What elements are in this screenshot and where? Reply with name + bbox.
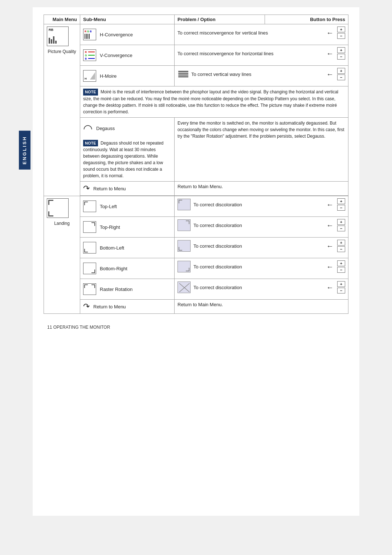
- vconv-buttons: ← + −: [326, 47, 345, 60]
- return1-problem: Return to Main Menu.: [177, 184, 223, 189]
- note-badge2: NOTE: [83, 140, 98, 147]
- tl-prob-icon: [177, 199, 191, 210]
- tr-buttons: ← + −: [326, 219, 345, 231]
- h-convergence-label: H-Convergence: [100, 32, 133, 37]
- minus-button[interactable]: −: [337, 205, 345, 211]
- rgb-row: RGB: [85, 30, 92, 33]
- hmoire-buttons: ← + −: [326, 68, 345, 80]
- enter-arrow: ←: [326, 49, 334, 58]
- top-left-row: Top-Left: [83, 198, 171, 214]
- table-row-landing-bl: Bottom-Left To correct discoloration ←: [44, 238, 348, 258]
- degauss-row: ◠ Degauss: [83, 120, 171, 137]
- header-col3: Problem / Option: [175, 15, 265, 24]
- enter-arrow: ←: [326, 263, 334, 271]
- sub-cell-vconv: R G B V-Convergen: [80, 45, 175, 66]
- enter-arrow: ←: [326, 200, 334, 209]
- plus-button[interactable]: +: [337, 47, 345, 53]
- br-prob-corner: [186, 268, 189, 271]
- plus-button[interactable]: +: [337, 198, 345, 204]
- top-left-icon: [83, 200, 96, 212]
- bottom-right-label: Bottom-Right: [100, 266, 127, 271]
- rr-prob-inner: To correct discoloration: [177, 281, 242, 293]
- return-arrow-icon: ↷: [83, 184, 90, 193]
- table-row: RB Picture Quality R: [44, 24, 348, 45]
- top-right-icon: [83, 221, 96, 233]
- prob-cell-return1: Return to Main Menu.: [175, 182, 348, 196]
- return1-label: Return to Menu: [93, 186, 126, 191]
- h-conv-icon: RGB: [83, 29, 96, 40]
- prob-row: To correct discoloration ← + −: [177, 281, 345, 293]
- minus-button[interactable]: −: [337, 33, 345, 39]
- tl-prob-inner: To correct discoloration: [177, 199, 242, 210]
- main-table: Main Menu Sub-Menu Problem / Option Butt…: [44, 15, 348, 314]
- sub-cell-bl: Bottom-Left: [80, 238, 175, 258]
- wavy4: [178, 76, 188, 77]
- plus-button[interactable]: +: [337, 281, 345, 287]
- v-convergence-label: V-Convergence: [100, 53, 132, 58]
- br-corner: [91, 270, 95, 273]
- raster-rotation-label: Raster Rotation: [100, 287, 132, 292]
- prob-row: To correct discoloration ← + −: [177, 260, 345, 273]
- corner-tl: [48, 200, 53, 205]
- plus-button[interactable]: +: [337, 27, 345, 32]
- main-menu-cell-landing: Landing: [44, 196, 80, 314]
- br-prob-inner: To correct discoloration: [177, 261, 242, 272]
- degauss-problem-text: Every time the monitor is switched on, t…: [177, 120, 345, 139]
- plus-button[interactable]: +: [337, 260, 345, 266]
- table-row-note: NOTE Moiré is the result of interference…: [44, 86, 348, 118]
- wavy-lines-icon: [177, 70, 189, 78]
- return1-row: ↷ Return to Menu: [83, 184, 171, 193]
- tl-prob-text: To correct discoloration: [193, 202, 242, 207]
- note-content: Moiré is the result of interference betw…: [83, 89, 338, 114]
- bottom-left-icon: [83, 242, 96, 254]
- minus-button[interactable]: −: [337, 74, 345, 80]
- minus-button[interactable]: −: [337, 288, 345, 293]
- minus-button[interactable]: −: [337, 246, 345, 252]
- header-col1: Main Menu: [44, 15, 80, 24]
- rb-bars: [49, 36, 57, 44]
- sub-cell-hconv: RGB H-Convergence: [80, 24, 175, 45]
- bar1: [49, 38, 50, 44]
- h-moire-icon: H: [83, 70, 96, 82]
- vconv-g: G: [85, 54, 95, 57]
- landing-main-icon: [47, 198, 69, 218]
- raster-rotation-row: Raster Rotation: [83, 281, 171, 297]
- plus-minus-group: + −: [337, 68, 345, 80]
- bl-prob-corner: [179, 247, 182, 251]
- vconv-b: B: [85, 57, 95, 60]
- bl-corner: [84, 249, 88, 252]
- enter-arrow: ←: [326, 221, 334, 230]
- tl-corner: [84, 202, 88, 205]
- bar2: [51, 39, 52, 44]
- minus-button[interactable]: −: [337, 267, 345, 273]
- h-convergence-row: RGB H-Convergence: [83, 27, 171, 42]
- prob-cell-hconv: To correct misconvergence for vertical l…: [175, 24, 348, 45]
- prob-row: To correct discoloration ← + −: [177, 240, 345, 252]
- prob-row: To correct vertical wavy lines ← + −: [177, 68, 345, 80]
- rb-icon: RB: [47, 27, 69, 46]
- plus-button[interactable]: +: [337, 68, 345, 74]
- main-menu-cell-picture: RB Picture Quality: [44, 24, 80, 196]
- corner-bl: [48, 211, 53, 216]
- degauss-note-text: Degauss should not be repeated continuou…: [83, 141, 163, 179]
- hconv-buttons: ← + −: [326, 27, 345, 39]
- br-prob-icon: [177, 261, 191, 272]
- h-moire-row: H H-Moire: [83, 68, 171, 84]
- tl-buttons: ← + −: [326, 198, 345, 211]
- minus-button[interactable]: −: [337, 54, 345, 60]
- minus-button[interactable]: −: [337, 226, 345, 231]
- prob-cell-hmoire: To correct vertical wavy lines ← + −: [175, 66, 348, 86]
- br-prob-text: To correct discoloration: [193, 264, 242, 270]
- header-col4: Button to Press: [265, 15, 348, 24]
- rb-text: RB: [49, 28, 53, 32]
- bl-prob-icon: [177, 240, 191, 252]
- bl-prob-inner: To correct discoloration: [177, 240, 242, 252]
- return2-label: Return to Menu: [93, 304, 126, 309]
- plus-button[interactable]: +: [337, 240, 345, 246]
- landing-label: Landing: [47, 221, 77, 226]
- plus-button[interactable]: +: [337, 219, 345, 225]
- bottom-right-icon: [83, 263, 96, 274]
- vconv-r: R: [85, 51, 95, 53]
- rr-prob-icon: [177, 281, 191, 293]
- note-cell: NOTE Moiré is the result of interference…: [80, 86, 348, 118]
